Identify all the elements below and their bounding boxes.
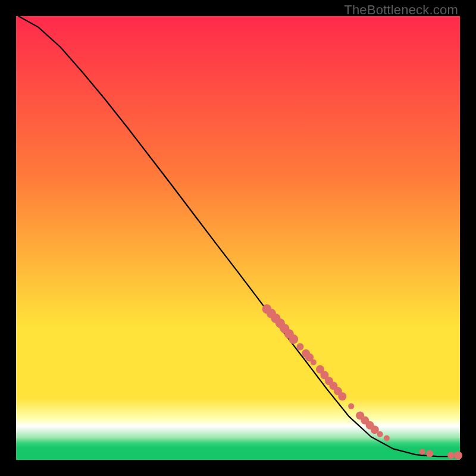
data-markers: [262, 304, 462, 459]
curve-line: [18, 16, 459, 456]
data-marker: [447, 452, 455, 459]
chart-root: TheBottleneck.com: [0, 0, 476, 476]
data-marker: [426, 450, 433, 458]
chart-overlay: [16, 16, 460, 460]
data-marker: [419, 449, 425, 455]
data-marker: [338, 392, 346, 400]
data-marker: [384, 435, 390, 441]
data-marker: [348, 403, 354, 409]
data-marker: [296, 343, 303, 350]
data-marker: [289, 334, 298, 344]
data-marker: [454, 452, 462, 460]
data-marker: [311, 359, 317, 365]
data-marker: [377, 431, 383, 437]
plot-area: [16, 16, 460, 460]
